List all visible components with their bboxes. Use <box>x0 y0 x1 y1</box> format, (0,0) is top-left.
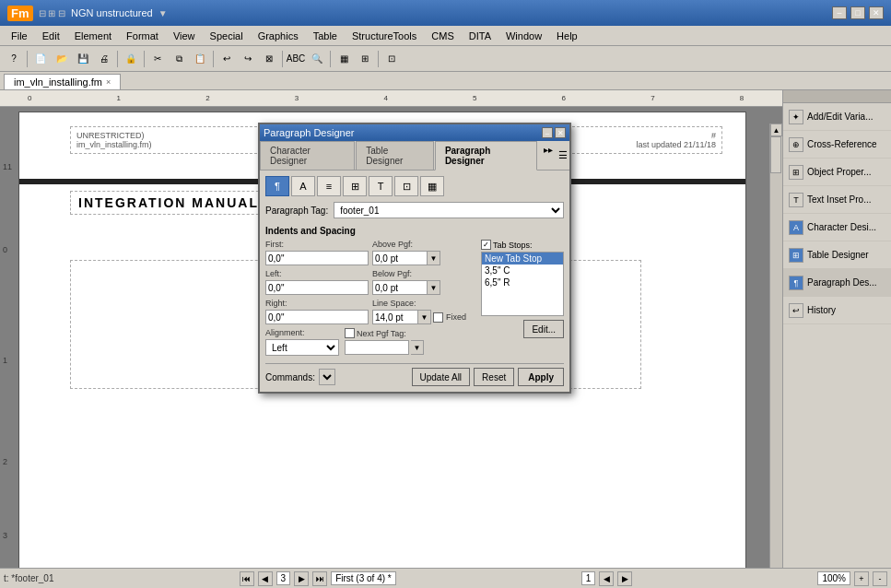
panel-item-history[interactable]: ↩ History <box>783 297 891 324</box>
linespace-dropdown[interactable]: ▼ <box>418 310 431 324</box>
update-all-btn[interactable]: Update All <box>412 368 471 386</box>
nav-prev-btn[interactable]: ◀ <box>258 571 273 586</box>
linespace-input[interactable] <box>372 310 418 324</box>
format-icon-char[interactable]: A <box>291 176 315 196</box>
tab-stops-label: Tab Stops: <box>493 241 533 250</box>
menu-element[interactable]: Element <box>67 29 119 43</box>
tab-table-designer[interactable]: Table Designer <box>356 141 434 170</box>
menu-structure-tools[interactable]: StructureTools <box>345 29 424 43</box>
extra-btn[interactable]: ⊡ <box>381 49 402 69</box>
doc-tab[interactable]: im_vln_installing.fm × <box>4 74 121 89</box>
heading-box: INTEGRATION MANUALS <box>70 191 277 215</box>
menu-format[interactable]: Format <box>119 29 166 43</box>
table2-btn[interactable]: ⊞ <box>355 49 375 69</box>
dialog-min-btn[interactable]: – <box>542 127 553 138</box>
panel-item-text-inset[interactable]: T Text Inset Pro... <box>783 186 891 214</box>
tab-close-btn[interactable]: × <box>106 77 111 87</box>
scroll-thumb[interactable] <box>770 136 781 173</box>
add-edit-icon: ✦ <box>789 110 803 124</box>
menu-cms[interactable]: CMS <box>424 29 461 43</box>
format-icon-align[interactable]: ≡ <box>317 176 341 196</box>
menu-file[interactable]: File <box>4 29 35 43</box>
nav-next-btn[interactable]: ▶ <box>294 571 309 586</box>
tab-character-designer[interactable]: Character Designer <box>260 141 355 170</box>
tab-stop-3-5c[interactable]: 3,5" C <box>482 265 563 276</box>
format-icon-text[interactable]: T <box>369 176 393 196</box>
next-pgf-checkbox[interactable] <box>345 328 355 338</box>
copy-btn[interactable]: ⧉ <box>169 49 189 69</box>
edit-tab-stops-btn[interactable]: Edit... <box>523 320 564 338</box>
cut-btn[interactable]: ✂ <box>147 49 168 69</box>
open-btn[interactable]: 📂 <box>52 49 72 69</box>
close-btn[interactable]: ✕ <box>869 6 884 19</box>
spell-btn[interactable]: ABC <box>286 49 306 69</box>
commands-dropdown[interactable] <box>319 369 335 385</box>
below-pgf-dropdown[interactable]: ▼ <box>428 280 440 295</box>
table-btn[interactable]: ▦ <box>334 49 354 69</box>
below-pgf-input[interactable] <box>372 280 428 295</box>
format-icon-grid[interactable]: ▦ <box>420 176 444 196</box>
line-next-btn[interactable]: ▶ <box>617 571 632 586</box>
print-btn[interactable]: 🖨 <box>94 49 114 69</box>
menu-special[interactable]: Special <box>203 29 251 43</box>
save-btn[interactable]: 💾 <box>73 49 93 69</box>
panel-item-add-edit[interactable]: ✦ Add/Edit Varia... <box>783 103 891 131</box>
menu-dita[interactable]: DITA <box>462 29 498 43</box>
left-input[interactable] <box>265 280 369 295</box>
nav-first-btn[interactable]: ⏮ <box>240 571 254 586</box>
format-icon-table[interactable]: ⊞ <box>343 176 367 196</box>
minimize-btn[interactable]: – <box>832 6 847 19</box>
panel-item-table-designer[interactable]: ⊞ Table Designer <box>783 241 891 269</box>
text-inset-label: Text Inset Pro... <box>807 194 871 205</box>
right-input[interactable] <box>265 310 369 324</box>
menu-help[interactable]: Help <box>549 29 585 43</box>
panel-item-object-prop[interactable]: ⊞ Object Proper... <box>783 159 891 186</box>
tab-more[interactable]: ▸▸ <box>538 141 558 170</box>
fixed-checkbox[interactable] <box>433 312 443 323</box>
tab-paragraph-designer[interactable]: Paragraph Designer <box>435 141 537 171</box>
first-input[interactable] <box>265 251 369 265</box>
format-icon-box[interactable]: ⊡ <box>394 176 418 196</box>
para-tag-select[interactable]: footer_01 <box>334 202 564 218</box>
new-btn[interactable]: 📄 <box>30 49 51 69</box>
zoom-display: 100% <box>817 571 850 585</box>
tab-stop-new[interactable]: New Tab Stop <box>482 253 563 265</box>
paste-btn[interactable]: 📋 <box>190 49 210 69</box>
apply-btn[interactable]: Apply <box>518 368 564 386</box>
dialog-options-btn[interactable]: ☰ <box>558 141 569 170</box>
menu-window[interactable]: Window <box>498 29 549 43</box>
page-number-input[interactable]: 3 <box>276 571 291 585</box>
next-pgf-input[interactable] <box>345 340 409 355</box>
clear-btn[interactable]: ⊠ <box>259 49 279 69</box>
menu-view[interactable]: View <box>166 29 203 43</box>
zoom-out-btn[interactable]: + <box>854 571 869 586</box>
help-btn[interactable]: ? <box>4 49 24 69</box>
menu-edit[interactable]: Edit <box>35 29 67 43</box>
tab-stops-checkbox[interactable] <box>481 240 491 250</box>
menu-table[interactable]: Table <box>306 29 345 43</box>
lock-btn[interactable]: 🔒 <box>121 49 141 69</box>
above-pgf-input[interactable] <box>372 251 428 265</box>
zoom-in-btn[interactable]: - <box>873 571 887 586</box>
panel-item-char-designer[interactable]: A Character Desi... <box>783 214 891 241</box>
above-pgf-dropdown[interactable]: ▼ <box>428 251 440 265</box>
maximize-btn[interactable]: □ <box>850 6 865 19</box>
panel-item-para-designer[interactable]: ¶ Paragraph Des... <box>783 269 891 297</box>
dialog-close-btn[interactable]: ✕ <box>555 127 566 138</box>
line-prev-btn[interactable]: ◀ <box>599 571 614 586</box>
menu-graphics[interactable]: Graphics <box>251 29 306 43</box>
reset-btn[interactable]: Reset <box>474 368 514 386</box>
redo-btn[interactable]: ↪ <box>238 49 258 69</box>
next-pgf-dropdown[interactable]: ▼ <box>411 340 424 355</box>
scroll-up-btn[interactable]: ▲ <box>770 123 782 136</box>
tab-stop-6-5r[interactable]: 6,5" R <box>482 276 563 288</box>
undo-btn[interactable]: ↩ <box>217 49 237 69</box>
nav-last-btn[interactable]: ⏭ <box>312 571 327 586</box>
format-icon-para[interactable]: ¶ <box>265 176 289 196</box>
panel-item-cross-ref[interactable]: ⊕ Cross-Reference <box>783 131 891 159</box>
find-btn[interactable]: 🔍 <box>307 49 327 69</box>
title-dropdown[interactable]: ▼ <box>158 8 168 18</box>
cross-ref-label: Cross-Reference <box>807 139 877 149</box>
alignment-select[interactable]: Left <box>265 339 339 356</box>
vertical-scrollbar[interactable]: ▲ ▼ <box>769 123 782 568</box>
